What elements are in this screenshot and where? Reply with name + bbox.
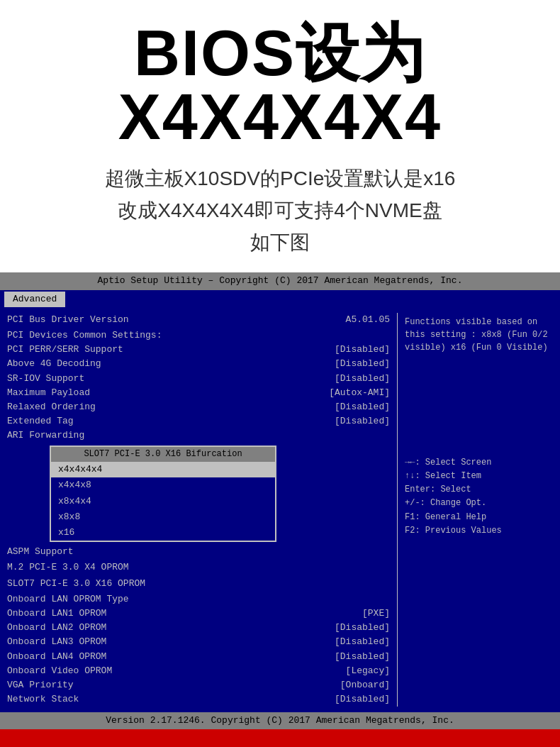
jeyi-logo: JEYI (442, 740, 546, 747)
bios-left-panel: PCI Bus Driver VersionA5.01.05PCI Device… (7, 313, 397, 707)
bios-row-label: PCI Devices Common Settings: (7, 329, 162, 342)
subtitle-line3: 如下图 (14, 227, 546, 259)
bios-popup-items: x4x4x4x4x4x4x8x8x4x4x8x8x16 (51, 462, 275, 541)
bios-popup-item[interactable]: x8x8 (51, 509, 275, 525)
bios-header: Aptio Setup Utility – Copyright (C) 2017… (0, 272, 560, 289)
bios-row-item: Maximum Payload[Autox-AMI] (7, 386, 390, 400)
bios-key-binding: +/-: Change Opt. (405, 497, 553, 510)
bios-row-value: [Disabled] (335, 415, 390, 428)
bios-row-value: [Legacy] (346, 665, 390, 677)
jeyi-red-bg: JEYI (0, 729, 560, 747)
bios-row-item: SLOT7 PCI-E 3.0 X16 OPROM (7, 577, 390, 591)
bios-row-label: Onboard LAN1 OPROM (7, 607, 106, 620)
bottom-section: JEYI (0, 729, 560, 747)
bios-row-value: [Disabled] (335, 636, 390, 648)
bios-popup-title: SLOT7 PCI-E 3.0 X16 Bifurcation (51, 447, 275, 462)
bios-popup-item[interactable]: x4x4x8 (51, 477, 275, 493)
bios-row-label: PCI Bus Driver Version (7, 314, 129, 326)
bios-content: PCI Bus Driver VersionA5.01.05PCI Device… (0, 307, 560, 712)
bios-row-item: Relaxed Ordering[Disabled] (7, 400, 390, 414)
bios-row-item: Onboard LAN1 OPROM[PXE] (7, 607, 390, 621)
bios-row-value: [Disabled] (335, 651, 390, 663)
bios-row-value: [Disabled] (335, 693, 390, 706)
bios-row-item: Onboard LAN2 OPROM[Disabled] (7, 621, 390, 635)
bios-row-label: PCI PERR/SERR Support (7, 343, 123, 356)
bios-footer: Version 2.17.1246. Copyright (C) 2017 Am… (0, 712, 560, 729)
bios-row-label: Onboard LAN4 OPROM (7, 651, 106, 663)
bios-row-value: [PXE] (362, 607, 390, 620)
bios-row-label: Onboard LAN3 OPROM (7, 636, 106, 648)
bios-row-item: Onboard LAN4 OPROM[Disabled] (7, 650, 390, 664)
bios-row-item: PCI PERR/SERR Support[Disabled] (7, 343, 390, 357)
bios-row-value: [Autox-AMI] (329, 387, 390, 399)
bios-row-label: SLOT7 PCI-E 3.0 X16 OPROM (7, 577, 145, 590)
bios-popup-item[interactable]: x8x4x4 (51, 494, 275, 509)
bios-row-label: SR-IOV Support (7, 372, 84, 385)
bios-row-value: [Disabled] (335, 358, 390, 370)
subtitle: 超微主板X10SDV的PCIe设置默认是x16 改成X4X4X4X4即可支持4个… (14, 163, 546, 258)
bios-row-label: Above 4G Decoding (7, 358, 101, 370)
bios-bifurcation-popup[interactable]: SLOT7 PCI-E 3.0 X16 Bifurcation x4x4x4x4… (50, 446, 276, 542)
bios-row-item: ARI Forwarding (7, 428, 390, 443)
bios-row-item: M.2 PCI-E 3.0 X4 OPROM (7, 560, 390, 575)
top-section: BIOS设为X4X4X4X4 超微主板X10SDV的PCIe设置默认是x16 改… (0, 0, 560, 272)
bios-popup-item[interactable]: x4x4x4x4 (51, 462, 275, 477)
bios-row-item: PCI Bus Driver VersionA5.01.05 (7, 313, 390, 327)
bios-rows-after: ASPM SupportM.2 PCI-E 3.0 X4 OPROMSLOT7 … (7, 545, 390, 707)
bios-key-binding: Enter: Select (405, 483, 553, 497)
bios-key-binding: →←: Select Screen (405, 456, 553, 470)
bios-tab-advanced[interactable]: Advanced (4, 292, 65, 307)
bios-row-item: PCI Devices Common Settings: (7, 328, 390, 343)
bios-right-panel: Functions visible based on this setting … (397, 313, 553, 707)
bios-row-label: Onboard Video OPROM (7, 665, 112, 677)
bios-row-item: SR-IOV Support[Disabled] (7, 372, 390, 386)
bios-row-item: VGA Priority[Onboard] (7, 678, 390, 692)
bios-row-value: [Disabled] (335, 401, 390, 414)
bios-row-label: M.2 PCI-E 3.0 X4 OPROM (7, 561, 129, 574)
bios-row-item: Above 4G Decoding[Disabled] (7, 357, 390, 371)
bios-key-binding: F2: Previous Values (405, 524, 553, 538)
main-title: BIOS设为X4X4X4X4 (14, 21, 546, 149)
bios-row-value: A5.01.05 (346, 314, 390, 326)
bios-row-value: [Disabled] (335, 343, 390, 356)
bios-row-item: Onboard Video OPROM[Legacy] (7, 664, 390, 678)
bios-section: Aptio Setup Utility – Copyright (C) 2017… (0, 272, 560, 729)
subtitle-line2: 改成X4X4X4X4即可支持4个NVME盘 (14, 195, 546, 227)
bios-row-item: Onboard LAN OPROM Type (7, 592, 390, 607)
bios-key-binding: F1: General Help (405, 511, 553, 524)
bios-row-value: [Disabled] (335, 372, 390, 385)
bios-row-label: VGA Priority (7, 679, 74, 692)
bios-key-bindings-container: →←: Select Screen↑↓: Select ItemEnter: S… (405, 456, 553, 538)
bios-row-item: Onboard LAN3 OPROM[Disabled] (7, 635, 390, 649)
bios-row-label: Onboard LAN OPROM Type (7, 593, 129, 606)
bios-popup-item[interactable]: x16 (51, 525, 275, 541)
bios-row-item: Extended Tag[Disabled] (7, 414, 390, 428)
bios-help-text: Functions visible based on this setting … (405, 313, 553, 357)
bios-row-value: [Disabled] (335, 621, 390, 634)
bios-key-binding: ↑↓: Select Item (405, 470, 553, 483)
bios-key-bindings: →←: Select Screen↑↓: Select ItemEnter: S… (405, 456, 553, 538)
bios-row-label: Network Stack (7, 693, 79, 706)
subtitle-line1: 超微主板X10SDV的PCIe设置默认是x16 (14, 163, 546, 195)
bios-tab-bar: Advanced (0, 290, 560, 307)
bios-row-label: ARI Forwarding (7, 429, 84, 442)
bios-row-value: [Onboard] (340, 679, 390, 692)
bios-row-label: Maximum Payload (7, 387, 90, 399)
bios-row-label: ASPM Support (7, 546, 74, 558)
bios-row-item: ASPM Support (7, 545, 390, 559)
bios-rows: PCI Bus Driver VersionA5.01.05PCI Device… (7, 313, 390, 443)
bios-row-label: Onboard LAN2 OPROM (7, 621, 106, 634)
bios-row-label: Extended Tag (7, 415, 74, 428)
bios-row-label: Relaxed Ordering (7, 401, 96, 414)
bios-row-item: Network Stack[Disabled] (7, 692, 390, 707)
